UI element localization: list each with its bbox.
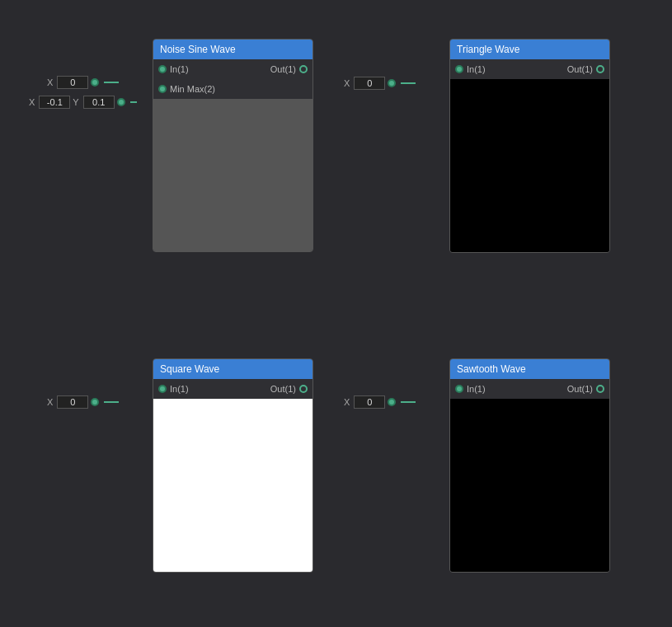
sawtooth-wave-body bbox=[450, 399, 609, 572]
sawtooth-wave-port-row: In(1) Out(1) bbox=[450, 379, 609, 399]
square-wave-in-label: In(1) bbox=[170, 384, 189, 394]
noise-sine-wave-in-dot[interactable] bbox=[158, 65, 167, 73]
square-wave-x-input[interactable] bbox=[57, 395, 88, 409]
triangle-wave-port-row: In(1) Out(1) bbox=[450, 59, 609, 79]
triangle-wave-in-label: In(1) bbox=[467, 64, 486, 74]
noise-sine-wave-x-input[interactable] bbox=[57, 76, 88, 89]
sawtooth-wave-params: X bbox=[344, 395, 416, 409]
noise-sine-wave-x2-label: X bbox=[29, 97, 35, 107]
sawtooth-wave-in-label: In(1) bbox=[467, 384, 486, 394]
sawtooth-wave-title: Sawtooth Wave bbox=[450, 359, 609, 379]
noise-sine-wave-y-label: Y bbox=[73, 97, 78, 107]
square-wave-node: Square Wave In(1) Out(1) bbox=[153, 358, 313, 573]
noise-sine-wave-param2-connector bbox=[130, 101, 137, 103]
triangle-wave-out-dot[interactable] bbox=[596, 65, 604, 73]
sawtooth-wave-out-dot[interactable] bbox=[596, 385, 604, 393]
triangle-wave-out-label: Out(1) bbox=[567, 64, 593, 74]
square-wave-port-row: In(1) Out(1) bbox=[153, 379, 313, 399]
noise-sine-wave-node: Noise Sine Wave In(1) Out(1) Min Max(2) bbox=[153, 39, 313, 252]
square-wave-out-label: Out(1) bbox=[270, 384, 296, 394]
sawtooth-wave-x-input[interactable] bbox=[354, 395, 385, 409]
triangle-wave-in-dot[interactable] bbox=[455, 65, 463, 73]
square-wave-title: Square Wave bbox=[153, 359, 313, 379]
noise-sine-wave-params-row1: X bbox=[47, 76, 119, 89]
noise-sine-wave-y-input[interactable] bbox=[83, 96, 115, 109]
noise-sine-wave-param1-dot[interactable] bbox=[91, 78, 99, 87]
square-wave-body bbox=[153, 399, 313, 572]
noise-sine-wave-x-label: X bbox=[47, 77, 53, 87]
triangle-wave-body bbox=[450, 79, 609, 252]
sawtooth-wave-param-dot[interactable] bbox=[388, 398, 396, 406]
noise-sine-wave-out-label: Out(1) bbox=[270, 64, 296, 74]
square-wave-param-dot[interactable] bbox=[91, 398, 99, 406]
noise-sine-wave-body bbox=[153, 99, 313, 251]
sawtooth-wave-param-connector bbox=[401, 401, 416, 403]
square-wave-x-label: X bbox=[47, 397, 53, 407]
triangle-wave-x-input[interactable] bbox=[354, 77, 385, 90]
noise-sine-wave-x2-input[interactable] bbox=[39, 96, 70, 109]
noise-sine-wave-title: Noise Sine Wave bbox=[153, 40, 313, 59]
triangle-wave-param-dot[interactable] bbox=[388, 79, 396, 87]
noise-sine-wave-param2-dot[interactable] bbox=[117, 98, 125, 106]
triangle-wave-params: X bbox=[344, 77, 416, 90]
triangle-wave-param-connector bbox=[401, 82, 416, 84]
noise-sine-wave-in-label: In(1) bbox=[170, 64, 189, 74]
triangle-wave-node: Triangle Wave In(1) Out(1) bbox=[449, 39, 610, 253]
sawtooth-wave-x-label: X bbox=[344, 397, 350, 407]
noise-sine-wave-minmax-dot[interactable] bbox=[158, 85, 167, 93]
square-wave-out-dot[interactable] bbox=[299, 385, 308, 393]
noise-sine-wave-minmax-label: Min Max(2) bbox=[170, 84, 215, 94]
triangle-wave-x-label: X bbox=[344, 78, 350, 88]
noise-sine-wave-params-row2: X Y bbox=[29, 96, 137, 109]
square-wave-in-dot[interactable] bbox=[158, 385, 167, 393]
noise-sine-wave-port-row-1: In(1) Out(1) bbox=[153, 59, 313, 79]
sawtooth-wave-in-dot[interactable] bbox=[455, 385, 463, 393]
triangle-wave-title: Triangle Wave bbox=[450, 40, 609, 59]
square-wave-params: X bbox=[47, 395, 119, 409]
noise-sine-wave-port-row-2: Min Max(2) bbox=[153, 79, 313, 99]
sawtooth-wave-node: Sawtooth Wave In(1) Out(1) bbox=[449, 358, 610, 573]
square-wave-param-connector bbox=[104, 401, 119, 403]
noise-sine-wave-param1-connector bbox=[104, 82, 119, 83]
noise-sine-wave-out-dot[interactable] bbox=[299, 65, 308, 73]
sawtooth-wave-out-label: Out(1) bbox=[567, 384, 593, 394]
